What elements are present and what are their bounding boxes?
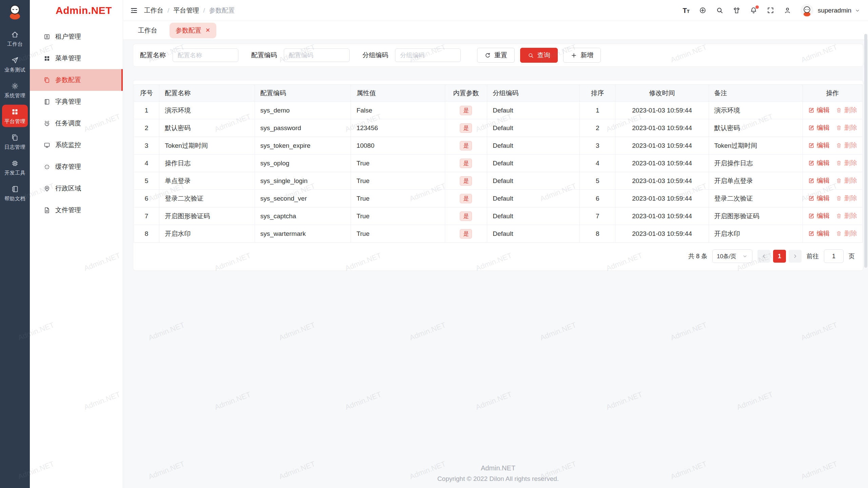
cell-code: sys_wartermark — [255, 225, 351, 243]
sidebar-item-label: 字典管理 — [55, 97, 81, 106]
delete-label: 删除 — [844, 211, 857, 220]
cell-index: 1 — [134, 102, 159, 119]
rail-item-copy[interactable]: 日志管理 — [2, 130, 28, 153]
group-code-input[interactable] — [395, 48, 461, 62]
edit-button[interactable]: 编辑 — [808, 229, 830, 238]
add-button[interactable]: 新增 — [563, 48, 601, 63]
config-code-input[interactable] — [284, 48, 350, 62]
rail-item-chip[interactable]: 开发工具 — [2, 156, 28, 179]
tab-active[interactable]: 参数配置✕ — [170, 23, 216, 38]
current-page-button[interactable]: 1 — [773, 250, 786, 263]
rail-item-gear[interactable]: 系统管理 — [2, 79, 28, 101]
book-icon — [11, 185, 19, 193]
sidebar-item[interactable]: 系统监控 — [30, 134, 123, 156]
delete-button[interactable]: 删除 — [836, 123, 857, 132]
delete-button[interactable]: 删除 — [836, 176, 857, 185]
collapse-sidebar-icon[interactable] — [130, 6, 138, 15]
sidebar-item[interactable]: 字典管理 — [30, 91, 123, 113]
rail-item-book[interactable]: 帮助文档 — [2, 182, 28, 204]
delete-button[interactable]: 删除 — [836, 141, 857, 150]
cell-index: 4 — [134, 155, 159, 172]
menu-grid-icon — [43, 55, 51, 62]
grid-icon — [11, 108, 19, 116]
cell-actions: 编辑删除 — [803, 102, 862, 119]
font-size-icon[interactable]: TT — [683, 7, 690, 14]
breadcrumb-separator: / — [167, 7, 169, 14]
cell-remark: 演示环境 — [709, 102, 803, 119]
copy-icon — [43, 77, 51, 84]
chevron-down-icon[interactable] — [854, 7, 861, 14]
page-size-select[interactable]: 10条/页 — [712, 249, 752, 263]
rail-item-home[interactable]: 工作台 — [2, 27, 28, 50]
next-page-button[interactable] — [789, 250, 802, 263]
delete-label: 删除 — [844, 123, 857, 132]
cell-actions: 编辑删除 — [803, 172, 862, 190]
fullscreen-icon[interactable] — [767, 6, 774, 14]
cell-name: 单点登录 — [159, 172, 255, 190]
tenant-icon — [43, 33, 51, 40]
edit-button[interactable]: 编辑 — [808, 141, 830, 150]
sidebar-item[interactable]: 文件管理 — [30, 199, 123, 221]
sidebar-item[interactable]: 参数配置 — [30, 69, 123, 91]
rail-item-send[interactable]: 业务测试 — [2, 53, 28, 76]
breadcrumb-item[interactable]: 平台管理 — [173, 6, 199, 15]
table-row: 1演示环境sys_demoFalse是Default12023-01-03 10… — [134, 102, 863, 119]
delete-button[interactable]: 删除 — [836, 106, 857, 115]
cell-time: 2023-01-03 10:59:44 — [615, 155, 709, 172]
sidebar-item-label: 行政区域 — [55, 184, 81, 193]
prev-page-button[interactable] — [757, 250, 770, 263]
goto-page-input[interactable] — [824, 249, 844, 263]
cell-builtin: 是 — [445, 155, 487, 172]
cell-builtin: 是 — [445, 172, 487, 190]
tab-item[interactable]: 工作台 — [136, 23, 159, 38]
theme-icon[interactable] — [733, 6, 741, 14]
delete-button[interactable]: 删除 — [836, 159, 857, 167]
user-avatar[interactable] — [801, 4, 813, 17]
edit-button[interactable]: 编辑 — [808, 194, 830, 203]
cell-group: Default — [487, 172, 580, 190]
search-icon[interactable] — [716, 6, 724, 14]
rail-item-grid[interactable]: 平台管理 — [2, 105, 28, 127]
sidebar-item[interactable]: 行政区域 — [30, 178, 123, 199]
row-actions: 编辑删除 — [808, 176, 857, 185]
breadcrumb-item[interactable]: 工作台 — [144, 6, 163, 15]
sidebar-item[interactable]: 菜单管理 — [30, 47, 123, 69]
vertical-scrollbar[interactable] — [864, 34, 867, 268]
delete-button[interactable]: 删除 — [836, 229, 857, 238]
rail-item-label: 业务测试 — [4, 67, 25, 73]
row-actions: 编辑删除 — [808, 141, 857, 150]
tab-bar: 工作台参数配置✕ — [123, 21, 868, 40]
column-header: 排序 — [580, 85, 615, 102]
builtin-tag: 是 — [460, 176, 472, 186]
edit-button[interactable]: 编辑 — [808, 106, 830, 115]
edit-button[interactable]: 编辑 — [808, 159, 830, 167]
table-row: 4操作日志sys_oplogTrue是Default42023-01-03 10… — [134, 155, 863, 172]
cell-code: sys_demo — [255, 102, 351, 119]
gear-icon — [11, 82, 19, 90]
delete-button[interactable]: 删除 — [836, 211, 857, 220]
app-logo-mascot-icon[interactable] — [6, 3, 23, 20]
cell-order: 7 — [580, 207, 615, 225]
cell-group: Default — [487, 137, 580, 155]
query-button[interactable]: 查询 — [520, 48, 558, 63]
close-tab-icon[interactable]: ✕ — [205, 27, 210, 33]
delete-button[interactable]: 删除 — [836, 194, 857, 203]
table-row: 5单点登录sys_single_loginTrue是Default52023-0… — [134, 172, 863, 190]
config-name-input[interactable] — [173, 48, 238, 62]
reset-button[interactable]: 重置 — [477, 48, 515, 63]
edit-label: 编辑 — [817, 211, 830, 220]
profile-icon[interactable] — [784, 6, 791, 14]
delete-label: 删除 — [844, 141, 857, 150]
edit-button[interactable]: 编辑 — [808, 123, 830, 132]
edit-button[interactable]: 编辑 — [808, 211, 830, 220]
edit-button[interactable]: 编辑 — [808, 176, 830, 185]
column-header: 修改时间 — [615, 85, 709, 102]
reset-button-label: 重置 — [494, 51, 507, 60]
language-icon[interactable] — [699, 6, 707, 14]
notification-icon[interactable] — [750, 6, 757, 14]
builtin-tag: 是 — [460, 229, 472, 239]
sidebar-item[interactable]: 缓存管理 — [30, 156, 123, 178]
sidebar-item[interactable]: 租户管理 — [30, 26, 123, 47]
sidebar-item[interactable]: 任务调度 — [30, 113, 123, 134]
username-dropdown[interactable]: superadmin — [818, 7, 851, 14]
